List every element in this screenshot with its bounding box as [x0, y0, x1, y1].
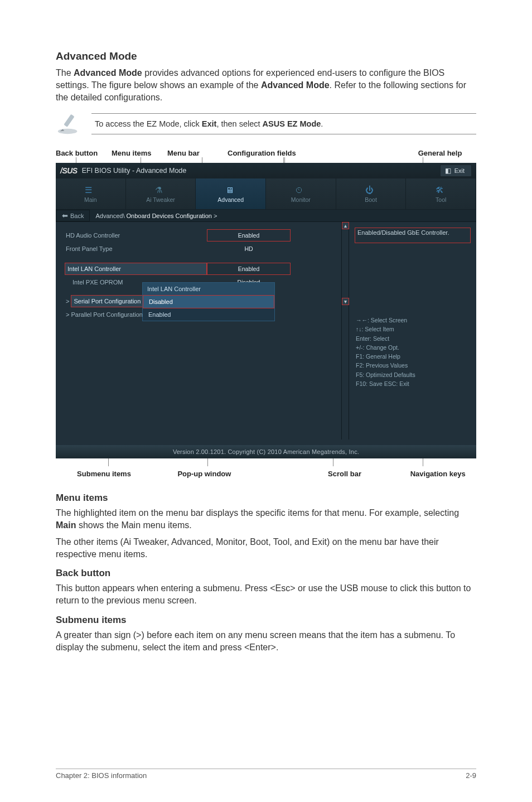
- tab-main[interactable]: ☰Main: [56, 178, 126, 210]
- heading-submenu-items: Submenu items: [56, 615, 476, 626]
- back-button[interactable]: ⬅ Back: [56, 210, 90, 221]
- bios-tab-bar: ☰Main ⚗Ai Tweaker 🖥Advanced ⏲Monitor ⏻Bo…: [56, 178, 476, 210]
- heading-back-button: Back button: [56, 568, 476, 579]
- annot-general-help: General help: [404, 149, 476, 157]
- bios-content-row: HD Audio Controller Enabled Front Panel …: [56, 222, 476, 439]
- exit-label: Exit: [454, 167, 465, 174]
- tab-advanced[interactable]: 🖥Advanced: [196, 178, 266, 210]
- paragraph-submenu-items: A greater than sign (>) before each item…: [56, 629, 476, 654]
- text: .: [321, 119, 323, 128]
- tip-text: To access the EZ Mode, click Exit, then …: [91, 113, 476, 134]
- annot-config-fields: Configuration fields: [228, 149, 342, 157]
- nav-key-line: Enter: Select: [356, 334, 415, 343]
- bios-right-panel: Enabled/Disabled GbE Controller. →←: Sel…: [349, 222, 476, 439]
- row-label: HD Audio Controller: [65, 232, 207, 239]
- text: shows the Main menu items.: [76, 520, 191, 530]
- breadcrumb-current: Onboard Devices Configuration: [127, 212, 212, 219]
- nav-key-line: F10: Save ESC: Exit: [356, 379, 415, 388]
- tweaker-icon: ⚗: [155, 185, 166, 194]
- annot-menu-items: Menu items: [112, 149, 167, 157]
- field-hd-audio[interactable]: Enabled: [207, 229, 291, 241]
- page-footer: Chapter 2: BIOS information 2-9: [56, 769, 476, 780]
- row-front-panel[interactable]: Front Panel Type HD: [65, 242, 343, 255]
- tab-label: Ai Tweaker: [146, 196, 175, 203]
- monitor-gear-icon: 🖥: [225, 185, 236, 194]
- annotation-row-top: Back button Menu items Menu bar Configur…: [56, 149, 476, 157]
- row-label: Intel LAN Controller: [65, 263, 207, 275]
- tab-boot[interactable]: ⏻Boot: [336, 178, 407, 210]
- tab-label: Main: [84, 196, 97, 203]
- row-hd-audio[interactable]: HD Audio Controller Enabled: [65, 229, 343, 242]
- paragraph-advanced-intro: The Advanced Mode provides advanced opti…: [56, 67, 476, 103]
- annot-submenu-items: Submenu items: [56, 470, 152, 478]
- nav-key-line: F1: General Help: [356, 352, 415, 361]
- tab-tool[interactable]: 🛠Tool: [406, 178, 476, 210]
- heading-advanced-mode: Advanced Mode: [56, 50, 476, 62]
- annot-menu-bar: Menu bar: [167, 149, 228, 157]
- asus-logo: /SUS: [60, 166, 78, 175]
- tab-label: Advanced: [217, 196, 244, 203]
- paragraph-menu-items-1: The highlighted item on the menu bar dis…: [56, 507, 476, 532]
- tab-label: Monitor: [291, 196, 311, 203]
- text: To access the EZ Mode, click: [95, 119, 202, 128]
- row-label-text: Serial Port Configuration: [71, 295, 143, 307]
- scroll-down-icon[interactable]: ▾: [342, 298, 349, 305]
- bios-screenshot: /SUS EFI BIOS Utility - Advanced Mode ◧ …: [56, 163, 476, 458]
- text: The highlighted item on the menu bar dis…: [56, 508, 459, 518]
- text: , then select: [216, 119, 262, 128]
- tab-ai-tweaker[interactable]: ⚗Ai Tweaker: [126, 178, 196, 210]
- heading-menu-items: Menu items: [56, 492, 476, 504]
- popup-intel-lan: Intel LAN Controller Disabled Enabled: [142, 282, 275, 321]
- row-label-text: Parallel Port Configuration: [71, 311, 142, 318]
- nav-key-line: F2: Previous Values: [356, 361, 415, 370]
- popup-option-enabled[interactable]: Enabled: [143, 308, 274, 321]
- row-intel-lan[interactable]: Intel LAN Controller Enabled: [65, 262, 343, 276]
- annot-navigation-keys: Navigation keys: [399, 470, 476, 478]
- scroll-bar[interactable]: ▴ ▾: [341, 222, 349, 439]
- tab-label: Boot: [365, 196, 377, 203]
- tip-row: To access the EZ Mode, click Exit, then …: [56, 111, 476, 137]
- text-bold: Main: [56, 520, 76, 530]
- version-bar: Version 2.00.1201. Copyright (C) 2010 Am…: [56, 445, 476, 458]
- bios-title-text: EFI BIOS Utility - Advanced Mode: [82, 167, 187, 175]
- power-icon: ⏻: [365, 185, 376, 194]
- nav-key-line: +/-: Change Opt.: [356, 343, 415, 352]
- annot-popup-window: Pop-up window: [152, 470, 257, 478]
- popup-option-disabled[interactable]: Disabled: [143, 295, 274, 308]
- text-bold: Advanced Mode: [74, 68, 142, 78]
- tab-monitor[interactable]: ⏲Monitor: [266, 178, 336, 210]
- tool-icon: 🛠: [436, 185, 447, 194]
- bios-left-panel: HD Audio Controller Enabled Front Panel …: [56, 222, 349, 439]
- annot-scroll-bar: Scroll bar: [290, 470, 400, 478]
- navigation-keys: →←: Select Screen ↑↓: Select Item Enter:…: [356, 316, 415, 388]
- pencil-note-icon: [56, 111, 81, 137]
- nav-key-line: F5: Optimized Defaults: [356, 370, 415, 379]
- exit-button[interactable]: ◧ Exit: [440, 165, 472, 177]
- footer-chapter: Chapter 2: BIOS information: [56, 771, 147, 780]
- gauge-icon: ⏲: [295, 185, 306, 194]
- nav-key-line: ↑↓: Select Item: [356, 325, 415, 334]
- text: The: [56, 68, 74, 78]
- annotation-lines-bottom: [56, 458, 476, 466]
- scroll-up-icon[interactable]: ▴: [342, 222, 349, 229]
- svg-rect-1: [64, 114, 74, 127]
- paragraph-back-button: This button appears when entering a subm…: [56, 582, 476, 607]
- text-bold: Advanced Mode: [261, 80, 330, 90]
- exit-icon: ◧: [445, 167, 451, 175]
- annotation-row-bottom: Submenu items Pop-up window Scroll bar N…: [56, 470, 476, 478]
- back-arrow-icon: ⬅: [62, 211, 68, 220]
- breadcrumb-suffix: >: [212, 212, 217, 219]
- list-icon: ☰: [85, 185, 96, 194]
- field-intel-lan[interactable]: Enabled: [207, 263, 291, 275]
- help-box: Enabled/Disabled GbE Controller.: [355, 228, 471, 243]
- back-label: Back: [70, 212, 84, 219]
- text-bold: Exit: [202, 119, 217, 128]
- tab-label: Tool: [436, 196, 446, 203]
- footer-page-number: 2-9: [466, 771, 476, 780]
- popup-title: Intel LAN Controller: [143, 283, 274, 295]
- svg-point-0: [58, 129, 77, 134]
- paragraph-menu-items-2: The other items (Ai Tweaker, Advanced, M…: [56, 536, 476, 561]
- row-label: Front Panel Type: [65, 245, 207, 252]
- field-front-panel[interactable]: HD: [207, 243, 291, 255]
- breadcrumb-text: Advanced\ Onboard Devices Configuration …: [90, 212, 217, 219]
